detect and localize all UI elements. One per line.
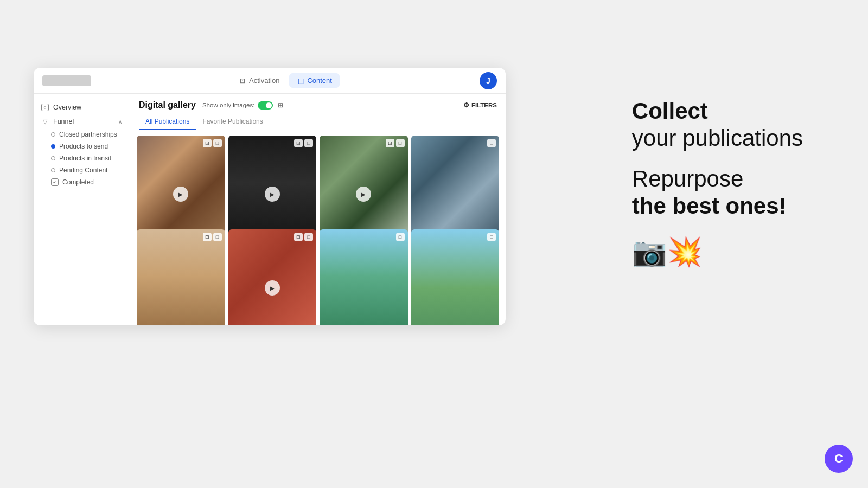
sidebar-item-products-to-send[interactable]: Products to send [34,140,130,152]
show-only-images-toggle[interactable] [258,101,273,110]
camera-area: 📷💥 [632,235,803,268]
play-button-6[interactable]: ▶ [265,280,280,296]
sidebar-item-completed[interactable]: ✓ Completed [34,176,130,188]
card-overlay-4: □ [487,139,496,147]
bottom-logo[interactable]: C [825,445,853,473]
filters-button[interactable]: ⚙ FILTERS [463,101,497,109]
promo-line1: Collect [632,98,803,125]
closed-partnerships-dot-icon [51,132,55,137]
funnel-icon: ▽ [41,118,49,125]
promo-line3: Repurpose [632,165,803,192]
card-badge-save-6: □ [304,233,313,241]
image-card-5[interactable]: ⊡ □ [137,229,225,325]
sidebar-pending-content-label: Pending Content [59,166,107,174]
image-card-8[interactable]: □ [411,229,500,325]
gallery-header: Digital gallery Show only images: ⊞ ⚙ FI… [130,94,506,114]
content-tab-label: Content [307,76,332,85]
play-button-1[interactable]: ▶ [173,187,188,202]
sidebar-products-in-transit-label: Products in transit [59,155,111,162]
sidebar-overview-label: Overview [53,104,81,111]
sidebar-closed-partnerships-label: Closed partnerships [59,131,117,138]
pending-content-dot-icon [51,168,55,172]
card-badge-save-3: □ [396,139,405,147]
sidebar-item-pending-content[interactable]: Pending Content [34,164,130,176]
grid-view-icon[interactable]: ⊞ [276,101,285,110]
card-badge-save-4: □ [487,139,496,147]
promo-line4: the best ones! [632,192,803,220]
promo-line2: your publications [632,125,803,152]
sidebar-completed-label: Completed [62,178,94,186]
pub-tab-favorite[interactable]: Favorite Publications [196,114,269,130]
filter-icon: ⚙ [463,101,469,109]
overview-icon: ○ [41,104,49,111]
tabs-area: ⊡ Activation ◫ Content [95,73,475,88]
card-badge-save-1: □ [213,139,222,147]
sidebar-products-to-send-label: Products to send [59,143,108,150]
sidebar-funnel-label: Funnel [53,118,74,125]
activation-tab-label: Activation [249,76,279,85]
promo-content: Collect your publications Repurpose the … [632,98,803,268]
tab-content[interactable]: ◫ Content [289,73,340,88]
card-badge-copy-5: ⊡ [203,233,212,241]
main-content: ○ Overview ▽ Funnel ∧ Closed partnership… [34,94,506,325]
card-overlay-7: □ [396,233,405,241]
card-badge-copy-6: ⊡ [294,233,303,241]
card-overlay-8: □ [487,233,496,241]
bottom-logo-letter: C [834,452,843,466]
card-badge-save-8: □ [487,233,496,241]
user-avatar[interactable]: J [480,72,497,89]
card-overlay-3: ⊡ □ [386,139,405,147]
show-only-images-label: Show only images: [202,102,255,108]
top-bar: ⊡ Activation ◫ Content J [34,68,506,94]
sidebar-item-closed-partnerships[interactable]: Closed partnerships [34,129,130,140]
card-badge-copy-1: ⊡ [203,139,212,147]
activation-tab-icon: ⊡ [239,77,246,85]
image-grid: ⊡ □ ▶ ⊡ □ ▶ ⊡ □ ▶ [130,130,506,325]
sidebar-section-funnel[interactable]: ▽ Funnel ∧ [34,114,130,129]
play-button-2[interactable]: ▶ [265,187,280,202]
app-window: ⊡ Activation ◫ Content J ○ Overview ▽ Fu… [34,68,506,325]
filters-label: FILTERS [471,102,497,108]
card-badge-save-2: □ [304,139,313,147]
logo-bar [42,75,91,86]
content-tab-icon: ◫ [297,77,304,85]
completed-check-icon: ✓ [51,178,59,186]
funnel-chevron-icon: ∧ [118,119,122,125]
card-overlay-6: ⊡ □ [294,233,313,241]
pub-tab-all[interactable]: All Publications [139,114,196,130]
sidebar-item-products-in-transit[interactable]: Products in transit [34,152,130,164]
card-badge-copy-2: ⊡ [294,139,303,147]
play-button-3[interactable]: ▶ [356,187,371,202]
sidebar: ○ Overview ▽ Funnel ∧ Closed partnership… [34,94,130,325]
card-badge-save-5: □ [213,233,222,241]
publication-tabs: All Publications Favorite Publications [130,114,506,130]
image-card-7[interactable]: □ [320,229,408,325]
sidebar-item-overview[interactable]: ○ Overview [34,100,130,114]
products-in-transit-dot-icon [51,156,55,160]
gallery-area: Digital gallery Show only images: ⊞ ⚙ FI… [130,94,506,325]
card-badge-copy-3: ⊡ [386,139,394,147]
card-badge-save-7: □ [396,233,405,241]
image-card-6[interactable]: ⊡ □ ▶ [228,229,317,325]
products-to-send-dot-icon [51,144,55,149]
show-only-images-control: Show only images: ⊞ [202,101,285,110]
camera-emoji: 📷💥 [632,236,703,267]
card-overlay-1: ⊡ □ [203,139,222,147]
tab-activation[interactable]: ⊡ Activation [231,73,287,88]
gallery-title: Digital gallery [139,100,196,110]
card-overlay-5: ⊡ □ [203,233,222,241]
card-overlay-2: ⊡ □ [294,139,313,147]
